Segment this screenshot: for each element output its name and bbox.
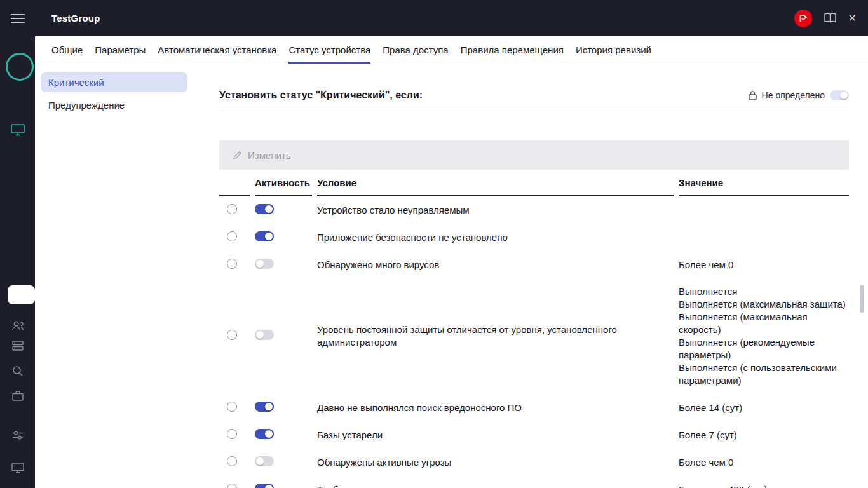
row-select-radio[interactable] — [227, 429, 237, 439]
row-select-radio[interactable] — [227, 330, 237, 340]
status-section-list: КритическийПредупреждение — [35, 64, 219, 488]
group-title: TestGroup — [51, 13, 100, 24]
documentation-icon[interactable] — [824, 13, 837, 24]
tab-5[interactable]: Права доступа — [383, 36, 448, 64]
sidebar — [0, 36, 35, 488]
tab-4[interactable]: Статус устройства — [288, 36, 370, 64]
activity-toggle[interactable] — [255, 231, 274, 241]
row-select-radio[interactable] — [227, 259, 237, 269]
tab-bar: ОбщиеПараметрыАвтоматическая установкаСт… — [35, 36, 868, 64]
status-section-2[interactable]: Предупреждение — [41, 95, 187, 115]
condition-value: Более чем 0 — [679, 259, 849, 271]
lock-icon — [749, 91, 757, 100]
console-icon[interactable] — [11, 463, 24, 473]
table-row: Обнаружены активные угрозы Более чем 0 — [219, 449, 849, 476]
topbar: TestGroup ✕ — [0, 0, 868, 36]
header-divider — [219, 111, 849, 111]
undefined-control: Не определено — [749, 90, 849, 100]
row-select-radio[interactable] — [227, 484, 237, 488]
tab-2[interactable]: Параметры — [95, 36, 146, 64]
activity-toggle[interactable] — [255, 204, 274, 214]
users-icon[interactable] — [11, 321, 24, 331]
col-selector — [219, 177, 250, 196]
search-icon[interactable] — [12, 365, 24, 377]
active-section-indicator[interactable] — [8, 285, 35, 304]
condition-text: Давно не выполнялся поиск вредоносного П… — [317, 402, 674, 414]
conditions-table-body: Устройство стало неуправляемым Приложени… — [219, 196, 849, 488]
table-row: Требуется перезагрузка Более чем 480 (се… — [219, 476, 849, 488]
device-status-panel: Установить статус "Критический", если: Н… — [219, 64, 868, 488]
condition-text: Обнаружены активные угрозы — [317, 456, 674, 469]
col-activity: Активность — [255, 177, 312, 196]
activity-toggle[interactable] — [255, 429, 274, 439]
table-row: Обнаружено много вирусов Более чем 0 — [219, 251, 849, 278]
col-value: Значение — [679, 177, 849, 196]
devices-icon[interactable] — [11, 124, 25, 136]
tab-6[interactable]: Правила перемещения — [461, 36, 564, 64]
tab-7[interactable]: История ревизий — [576, 36, 651, 64]
condition-text: Уровень постоянной защиты отличается от … — [317, 323, 674, 349]
settings-sliders-icon[interactable] — [12, 431, 24, 440]
edit-toolbar: Изменить — [219, 140, 849, 170]
pencil-icon — [233, 151, 242, 160]
condition-value: ВыполняетсяВыполняется (максимальная защ… — [679, 285, 849, 387]
row-select-radio[interactable] — [227, 231, 237, 241]
marketplace-icon[interactable] — [12, 391, 24, 401]
undefined-label: Не определено — [762, 90, 825, 100]
condition-value: Более 7 (сут) — [679, 429, 849, 442]
activity-toggle[interactable] — [255, 484, 274, 488]
group-properties-window: ОбщиеПараметрыАвтоматическая установкаСт… — [35, 36, 868, 488]
close-icon[interactable]: ✕ — [848, 13, 857, 24]
edit-button-label: Изменить — [248, 150, 291, 161]
condition-value: Более 14 (сут) — [679, 402, 849, 414]
kaspersky-logo-icon[interactable] — [794, 10, 812, 27]
console-logo-icon — [6, 53, 34, 81]
row-select-radio[interactable] — [227, 456, 237, 466]
tab-3[interactable]: Автоматическая установка — [158, 36, 276, 64]
undefined-toggle[interactable] — [830, 90, 849, 100]
table-header: Активность Условие Значение — [219, 177, 849, 196]
servers-icon[interactable] — [12, 341, 24, 351]
condition-text: Базы устарели — [317, 429, 674, 442]
condition-text: Требуется перезагрузка — [317, 484, 674, 488]
panel-title: Установить статус "Критический", если: — [219, 90, 423, 101]
table-row: Базы устарели Более 7 (сут) — [219, 421, 849, 449]
scrollbar[interactable] — [860, 285, 864, 313]
condition-text: Обнаружено много вирусов — [317, 259, 674, 271]
tab-1[interactable]: Общие — [51, 36, 83, 64]
table-row: Приложение безопасности не установлено — [219, 224, 849, 251]
table-row: Уровень постоянной защиты отличается от … — [219, 278, 849, 394]
condition-text: Устройство стало неуправляемым — [317, 204, 674, 217]
condition-value: Более чем 480 (сек) — [679, 484, 849, 488]
condition-text: Приложение безопасности не установлено — [317, 231, 674, 244]
activity-toggle[interactable] — [255, 456, 274, 466]
activity-toggle[interactable] — [255, 259, 274, 269]
table-row: Устройство стало неуправляемым — [219, 196, 849, 224]
table-row: Давно не выполнялся поиск вредоносного П… — [219, 394, 849, 421]
col-condition: Условие — [317, 177, 674, 196]
status-section-1[interactable]: Критический — [41, 72, 187, 92]
condition-value: Более чем 0 — [679, 456, 849, 469]
row-select-radio[interactable] — [227, 402, 237, 412]
activity-toggle[interactable] — [255, 330, 274, 340]
activity-toggle[interactable] — [255, 402, 274, 412]
edit-button[interactable]: Изменить — [233, 150, 291, 161]
topbar-actions: ✕ — [794, 10, 857, 27]
row-select-radio[interactable] — [227, 204, 237, 214]
menu-icon[interactable] — [11, 11, 25, 25]
